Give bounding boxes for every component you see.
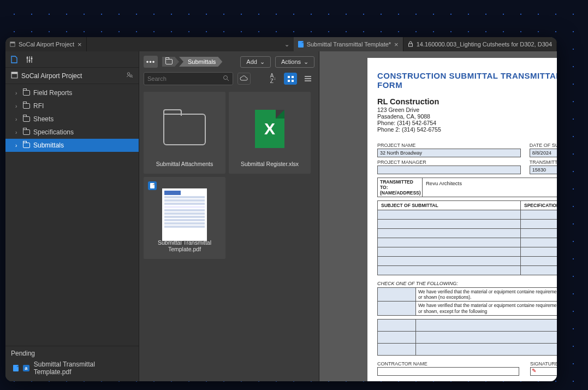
document-icon (298, 41, 304, 48)
folder-icon (23, 90, 30, 96)
excel-icon: X (255, 110, 284, 148)
column-header: SUBJECT OF SUBMITTAL (378, 201, 521, 210)
center-toolbar: ••• Submittals Add⌄ Actions⌄ (139, 51, 319, 72)
tree-item-specifications[interactable]: ›Specifications (5, 126, 139, 139)
folder-icon (163, 114, 206, 145)
file-tile-pdf[interactable]: Submittal Transmittal Template.pdf (144, 177, 225, 259)
svg-point-8 (127, 73, 129, 75)
table-row[interactable] (378, 220, 557, 229)
field-project-manager[interactable] (377, 166, 521, 174)
breadcrumb-submittals[interactable]: Submittals (179, 57, 222, 67)
center-panel: ••• Submittals Add⌄ Actions⌄ AZ↓ (139, 51, 319, 381)
file-label: Submittal Transmittal Template.pdf (146, 239, 223, 252)
chevron-right-icon: › (15, 129, 20, 135)
tree-item-sheets[interactable]: ›Sheets (5, 113, 139, 126)
field-label: CONTRACTOR NAME (377, 361, 519, 367)
close-icon[interactable]: × (394, 40, 399, 49)
grid-view-button[interactable] (284, 73, 297, 85)
more-button[interactable]: ••• (144, 56, 158, 68)
close-icon[interactable]: × (78, 40, 82, 49)
table-row[interactable] (378, 344, 557, 356)
search-icon[interactable] (223, 74, 229, 84)
add-label: Add (246, 58, 257, 65)
search-input-wrap (144, 72, 233, 85)
svg-rect-13 (288, 80, 290, 82)
phone-line: Phone 2: (314) 542-6755 (377, 126, 557, 133)
left-tools (5, 51, 139, 68)
check-row[interactable]: We have verified that the material or eq… (378, 288, 557, 302)
field-transmitted-to[interactable]: Revu Architects (423, 178, 557, 197)
field-label: TRANSMITTAL N (530, 159, 557, 165)
tree-label: RFI (33, 102, 44, 110)
column-header: SPECIFICATIONS (521, 201, 557, 210)
table-row[interactable] (378, 210, 557, 220)
pdf-thumbnail (162, 188, 207, 241)
field-signature[interactable]: ✎ (530, 367, 557, 376)
studio-icon[interactable] (10, 55, 19, 64)
transmitted-to-row: TRANSMITTED TO: (NAME/ADDRESS) Revu Arch… (377, 178, 557, 197)
chevron-down-icon: ⌄ (260, 58, 265, 66)
tree-label: Field Reports (33, 89, 72, 97)
window-tab-bar: SoCal Airport Project × ⌄ Submittal Tran… (5, 37, 557, 51)
breadcrumb-root[interactable] (162, 57, 179, 67)
table-row[interactable] (378, 247, 557, 257)
document-viewer[interactable]: CONSTRUCTION SUBMITTAL TRANSMITTAL FORM … (319, 51, 557, 381)
tree-label: Submittals (33, 141, 64, 149)
actions-button[interactable]: Actions⌄ (275, 56, 314, 68)
add-button[interactable]: Add⌄ (240, 56, 271, 68)
chevron-down-icon[interactable]: ⌄ (284, 41, 289, 48)
file-tile-folder[interactable]: Submittal Attachments (144, 92, 225, 174)
search-user-icon[interactable] (126, 71, 133, 80)
chevron-right-icon: › (15, 103, 20, 109)
pending-label: Pending (11, 350, 133, 357)
tab-project-label: SoCal Airport Project (19, 41, 74, 48)
tree-label: Specifications (33, 128, 74, 136)
tree-item-field-reports[interactable]: ›Field Reports (5, 86, 139, 99)
svg-rect-2 (408, 44, 412, 46)
folder-icon (23, 143, 30, 148)
table-row[interactable] (378, 320, 557, 332)
table-row[interactable] (378, 257, 557, 266)
file-tile-excel[interactable]: X Submittal Register.xlsx (229, 92, 311, 174)
tab-project[interactable]: SoCal Airport Project × (5, 37, 87, 51)
tree-item-submittals[interactable]: ›Submittals (5, 139, 139, 152)
actions-label: Actions (281, 58, 301, 65)
table-row[interactable] (378, 229, 557, 238)
check-text: We have verified that the material or eq… (416, 302, 557, 315)
svg-point-5 (31, 57, 33, 59)
pending-file-name: Submittal Transmittal Template.pdf (34, 361, 133, 376)
cloud-sync-button[interactable] (237, 73, 251, 85)
tree-item-rfi[interactable]: ›RFI (5, 99, 139, 113)
project-icon (10, 42, 15, 47)
tab-template[interactable]: Submittal Transmittal Template* × (294, 37, 403, 51)
file-grid: Submittal Attachments X Submittal Regist… (139, 90, 319, 381)
tab-cutsheets[interactable]: 14.160000.003_Lighting Cutsheets for D30… (403, 37, 557, 51)
field-project-name[interactable]: 32 North Broadway (377, 149, 521, 157)
sort-button[interactable]: AZ↓ (266, 73, 280, 85)
table-row[interactable] (378, 238, 557, 247)
address-line: 123 Green Drive (377, 107, 557, 113)
document-page: CONSTRUCTION SUBMITTAL TRANSMITTAL FORM … (367, 58, 557, 381)
field-date[interactable]: 8/8/2024 (530, 149, 557, 157)
settings-sliders-icon[interactable] (25, 55, 34, 64)
svg-rect-12 (292, 76, 294, 78)
breadcrumb-label: Submittals (188, 58, 216, 65)
company-name: RL Construction (377, 97, 557, 106)
field-label: DATE OF SUBMI (530, 143, 557, 148)
center-search-row: AZ↓ (139, 72, 319, 90)
pending-file-row[interactable]: a Submittal Transmittal Template.pdf (11, 357, 133, 376)
document-icon (13, 365, 19, 371)
search-input[interactable] (147, 75, 223, 82)
chevron-right-icon: › (15, 143, 20, 149)
field-contractor-name[interactable] (377, 367, 519, 376)
project-icon (11, 72, 18, 80)
table-row[interactable] (378, 332, 557, 344)
list-view-button[interactable] (301, 73, 314, 85)
project-title: SoCal Airport Project (21, 72, 82, 80)
address-line: Pasadena, CA, 9088 (377, 113, 557, 120)
table-row[interactable] (378, 266, 557, 275)
phone-line: Phone: (314) 542-6754 (377, 120, 557, 126)
check-row[interactable]: We have verified that the material or eq… (378, 302, 557, 315)
svg-rect-1 (10, 42, 15, 44)
field-transmittal-no[interactable]: 15830 (530, 166, 557, 174)
